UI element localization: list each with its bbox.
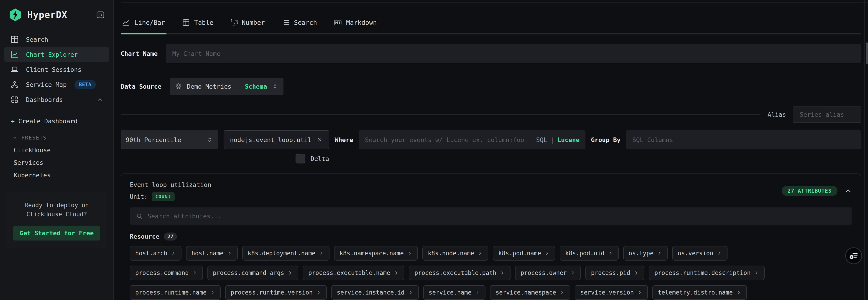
attribute-chip[interactable]: k8s.pod.name (493, 246, 555, 261)
attribute-chip[interactable]: service.name (423, 285, 486, 300)
tab-label: Table (194, 19, 213, 26)
series-divider (121, 114, 760, 115)
promo-text: Ready to deploy on ClickHouse Cloud? (13, 200, 100, 219)
squares-icon (10, 95, 19, 104)
attribute-chip[interactable]: os.type (623, 246, 668, 261)
attribute-search-input[interactable] (143, 208, 852, 225)
cloud-promo-card: Ready to deploy on ClickHouse Cloud? Get… (6, 192, 107, 249)
attribute-chip[interactable]: k8s.namespace.name (334, 246, 418, 261)
close-icon (316, 137, 323, 143)
attribute-chip[interactable]: process.owner (515, 266, 581, 280)
alias-input[interactable] (793, 106, 861, 123)
sidebar-item-label: Client Sessions (26, 66, 82, 73)
sidebar-nav: Search Chart Explorer Client Sessions (0, 32, 114, 107)
chevron-right-icon (474, 290, 480, 295)
tab-markdown[interactable]: Markdown (334, 18, 377, 33)
lucene-option[interactable]: Lucene (557, 136, 580, 143)
attribute-chip-label: process.command_args (213, 269, 284, 276)
attribute-chip[interactable]: process.command_args (208, 266, 298, 280)
delta-checkbox[interactable] (296, 154, 305, 163)
chevron-right-icon (316, 290, 321, 295)
chevron-right-icon (717, 250, 722, 256)
attribute-chip-label: k8s.pod.name (498, 250, 541, 257)
data-source-label: Data Source (121, 83, 161, 90)
attribute-chip[interactable]: os.version (672, 246, 727, 261)
aggregation-select[interactable]: 90th Percentile (121, 130, 218, 149)
attribute-chip[interactable]: process.runtime.version (225, 285, 327, 300)
attribute-chip-label: process.pid (591, 269, 630, 276)
attribute-chip[interactable]: telemetry.distro.name (652, 285, 747, 300)
sidebar-item-service-map[interactable]: Service Map BETA (4, 77, 109, 92)
attribute-chip-label: k8s.deployment.name (248, 250, 315, 257)
chart-line-icon (10, 50, 19, 59)
scrollbar-thumb[interactable] (866, 43, 868, 64)
tab-number[interactable]: 123 Number (230, 18, 265, 33)
schema-link[interactable]: Schema (245, 83, 267, 90)
attribute-chip[interactable]: k8s.node.name (423, 246, 489, 261)
attribute-chip[interactable]: process.runtime.name (130, 285, 221, 300)
tab-search[interactable]: Search (282, 18, 317, 33)
create-dashboard-link[interactable]: + Create Dashboard (0, 118, 114, 125)
floating-action-button[interactable] (845, 247, 862, 264)
attribute-chip[interactable]: k8s.pod.uid (560, 246, 618, 261)
where-input[interactable] (359, 136, 536, 143)
preset-link[interactable]: Services (0, 156, 114, 169)
query-language-toggle[interactable]: SQL | Lucene (536, 136, 586, 143)
attribute-chip-label: k8s.pod.uid (565, 250, 604, 257)
attribute-chip[interactable]: process.command (130, 266, 203, 280)
attribute-chip-label: process.runtime.version (231, 289, 313, 296)
attribute-chip[interactable]: host.name (186, 246, 238, 261)
lang-divider: | (550, 136, 554, 143)
presets-header[interactable]: PRESETS (0, 135, 114, 141)
aggregation-value: 90th Percentile (126, 136, 181, 143)
metric-field-chip[interactable]: nodejs.event_loop.util (224, 130, 329, 149)
collapse-sidebar-button[interactable] (96, 10, 105, 20)
attribute-chip[interactable]: service.instance.id (331, 285, 418, 300)
attribute-chip-label: host.name (191, 250, 224, 257)
chevron-right-icon (477, 250, 483, 256)
attribute-chip[interactable]: k8s.deployment.name (242, 246, 330, 261)
chevron-right-icon (754, 270, 759, 276)
tab-label: Markdown (346, 19, 377, 26)
chevron-right-icon (227, 250, 232, 256)
preset-link[interactable]: Kubernetes (0, 169, 114, 182)
sidebar-item-client-sessions[interactable]: Client Sessions (4, 62, 109, 77)
chevron-right-icon (736, 290, 741, 295)
attribute-chip[interactable]: service.namespace (490, 285, 570, 300)
page-scrollbar[interactable] (864, 0, 868, 300)
attribute-chip[interactable]: process.pid (585, 266, 644, 280)
attribute-chip[interactable]: process.executable.path (409, 266, 510, 280)
data-source-select[interactable]: Demo Metrics Schema (169, 78, 283, 95)
chevron-updown-icon (206, 136, 213, 143)
chevron-right-icon (407, 250, 412, 256)
tab-table[interactable]: Table (182, 18, 213, 33)
get-started-button[interactable]: Get Started for Free (13, 226, 100, 241)
sidebar-item-search[interactable]: Search (4, 32, 109, 47)
attribute-search-wrap (130, 208, 852, 225)
chevron-down-icon (12, 135, 18, 141)
chart-name-input[interactable] (166, 44, 861, 63)
laptop-icon (10, 65, 19, 74)
tab-line-bar[interactable]: Line/Bar (122, 18, 165, 33)
collapse-attributes-button[interactable] (844, 187, 852, 195)
chevron-right-icon (633, 270, 639, 276)
line-chart-icon (122, 19, 130, 27)
sidebar-item-dashboards[interactable]: Dashboards (4, 92, 109, 107)
sidebar-item-label: Chart Explorer (26, 51, 78, 58)
chevron-right-icon (559, 290, 565, 295)
attribute-chip[interactable]: service.version (575, 285, 648, 300)
table-grid-icon (10, 35, 19, 44)
sidebar-item-chart-explorer[interactable]: Chart Explorer (4, 47, 109, 62)
attribute-chip-list: host.arch host.name k8s.deployment.name … (130, 246, 804, 300)
sql-option[interactable]: SQL (536, 136, 548, 143)
preset-link[interactable]: ClickHouse (0, 144, 114, 156)
attribute-chip[interactable]: process.runtime.description (649, 266, 765, 280)
attribute-chip-label: service.instance.id (337, 289, 404, 296)
search-icon (136, 213, 143, 220)
attribute-chip[interactable]: process.executable.name (303, 266, 404, 280)
attribute-chip[interactable]: host.arch (130, 246, 182, 261)
where-input-wrap: SQL | Lucene (359, 130, 585, 149)
chevron-updown-icon (272, 83, 278, 90)
group-by-input[interactable] (626, 130, 861, 149)
network-icon (10, 80, 19, 89)
